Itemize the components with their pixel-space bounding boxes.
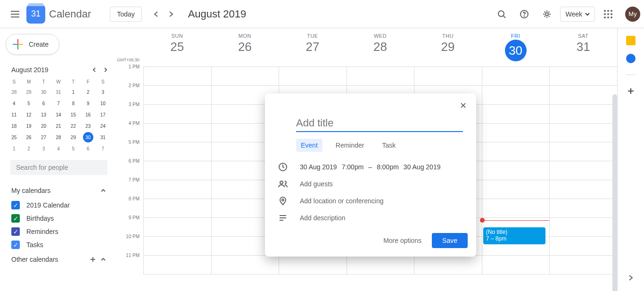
today-button[interactable]: Today [110,7,141,22]
mini-day-cell[interactable]: 14 [51,109,66,120]
mini-day-cell[interactable]: 23 [81,120,95,132]
mini-day-cell[interactable]: 26 [21,132,36,143]
day-column[interactable]: (No title)7 – 8pm [482,67,550,274]
hour-cell[interactable] [144,124,211,142]
day-header[interactable]: SUN25 [143,28,211,67]
add-location-row[interactable]: Add location or conferencing [265,192,476,209]
hour-cell[interactable] [347,67,414,86]
scrollbar[interactable] [612,94,617,291]
mini-next-month[interactable] [100,64,111,75]
mini-day-cell[interactable]: 2 [21,143,36,154]
hour-cell[interactable] [550,237,617,256]
event-chip[interactable]: (No title)7 – 8pm [483,227,546,244]
mini-day-cell[interactable]: 10 [96,98,110,109]
mini-day-cell[interactable]: 2 [81,86,95,98]
hour-cell[interactable] [550,180,617,199]
google-apps-button[interactable] [599,5,618,24]
hour-cell[interactable] [482,142,550,161]
mini-day-cell[interactable]: 15 [66,109,81,120]
prev-week-button[interactable] [149,7,164,22]
mini-day-cell[interactable]: 22 [66,120,81,132]
calendar-checkbox[interactable]: ✓ [11,201,20,209]
hour-cell[interactable] [482,161,550,180]
hour-cell[interactable] [414,67,482,86]
tab-reminder[interactable]: Reminder [331,139,369,152]
settings-button[interactable] [537,5,556,24]
hour-cell[interactable] [414,256,482,274]
mini-day-cell[interactable]: 13 [36,109,51,120]
hour-cell[interactable] [482,124,550,142]
day-header[interactable]: TUE27 [279,28,347,67]
account-avatar[interactable]: My [625,7,640,22]
hour-cell[interactable] [144,180,211,199]
save-button[interactable]: Save [432,233,468,248]
my-calendars-toggle[interactable]: My calendars [0,183,117,199]
day-column[interactable] [549,67,617,274]
mini-day-cell[interactable]: 29 [21,86,36,98]
calendar-item[interactable]: ✓2019 Calendar [0,199,117,212]
add-guests-row[interactable]: Add guests [265,175,476,192]
hour-cell[interactable] [550,142,617,161]
mini-day-cell[interactable]: 7 [51,98,66,109]
search-people-input[interactable]: Search for people [10,160,107,175]
mini-day-cell[interactable]: 17 [96,109,110,120]
mini-day-cell[interactable]: 5 [66,143,81,154]
mini-day-cell[interactable]: 3 [36,143,51,154]
calendar-checkbox[interactable]: ✓ [11,227,20,236]
more-options-button[interactable]: More options [377,233,428,248]
hour-cell[interactable] [144,67,211,86]
calendar-checkbox[interactable]: ✓ [11,241,20,249]
hour-cell[interactable] [550,67,617,86]
hour-cell[interactable] [212,67,279,86]
hour-cell[interactable] [550,105,617,124]
main-menu-button[interactable] [4,3,26,25]
tab-event[interactable]: Event [296,139,322,152]
hour-cell[interactable] [144,161,211,180]
keep-icon[interactable] [626,36,636,45]
mini-day-cell[interactable]: 30 [81,132,95,143]
close-dialog-button[interactable]: ✕ [456,99,470,112]
hour-cell[interactable] [144,237,211,256]
hour-cell[interactable] [482,256,550,274]
hour-cell[interactable] [550,124,617,142]
mini-day-cell[interactable]: 30 [36,86,51,98]
next-week-button[interactable] [164,7,179,22]
mini-day-cell[interactable]: 25 [7,132,21,143]
calendar-item[interactable]: ✓Birthdays [0,212,117,225]
event-title-input[interactable] [296,115,463,132]
hour-cell[interactable] [279,256,347,274]
view-selector[interactable]: Week [560,7,595,22]
hour-cell[interactable] [144,142,211,161]
hour-cell[interactable] [482,86,550,105]
mini-day-cell[interactable]: 8 [66,98,81,109]
support-button[interactable] [515,5,534,24]
tasks-icon[interactable] [626,54,636,63]
hour-cell[interactable] [144,199,211,218]
mini-day-cell[interactable]: 28 [7,86,21,98]
mini-day-cell[interactable]: 31 [51,86,66,98]
hour-cell[interactable] [550,86,617,105]
day-header[interactable]: SAT31 [549,28,617,67]
mini-day-cell[interactable]: 27 [36,132,51,143]
hour-cell[interactable] [482,199,550,218]
search-button[interactable] [492,5,511,24]
day-header[interactable]: WED28 [347,28,414,67]
other-calendars-toggle[interactable]: Other calendars [0,251,117,267]
hour-cell[interactable] [550,161,617,180]
hour-cell[interactable] [550,256,617,274]
mini-day-cell[interactable]: 11 [7,109,21,120]
add-description-row[interactable]: Add description [265,209,476,226]
mini-day-cell[interactable]: 9 [81,98,95,109]
hour-cell[interactable] [212,256,279,274]
hour-cell[interactable] [482,180,550,199]
hour-cell[interactable] [144,86,211,105]
mini-day-cell[interactable]: 6 [81,143,95,154]
hour-cell[interactable] [144,105,211,124]
hour-cell[interactable] [550,218,617,237]
mini-day-cell[interactable]: 28 [51,132,66,143]
tab-task[interactable]: Task [378,139,401,152]
mini-day-cell[interactable]: 4 [7,98,21,109]
mini-day-cell[interactable]: 19 [21,120,36,132]
create-button[interactable]: Create [6,34,59,55]
mini-day-cell[interactable]: 12 [21,109,36,120]
